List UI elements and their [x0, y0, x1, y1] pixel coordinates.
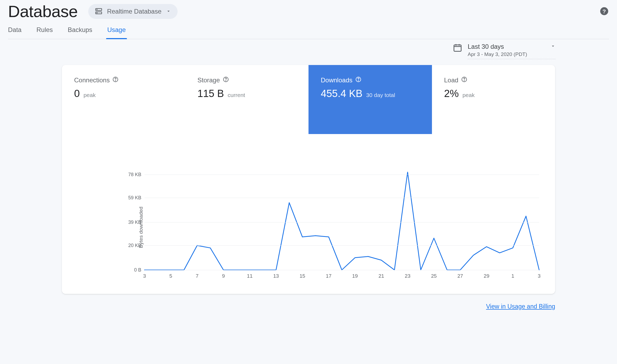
svg-rect-6 [454, 45, 461, 51]
database-selector[interactable]: Realtime Database [88, 4, 177, 19]
tab-backups[interactable]: Backups [68, 26, 92, 39]
chart-y-tick: 78 KB [128, 172, 141, 177]
chart-x-tick: 1 [511, 273, 514, 279]
chart-gridline [145, 175, 539, 175]
svg-point-3 [97, 13, 97, 13]
chart-x-tick: 13 [273, 273, 279, 279]
metric-value: 2% [444, 88, 459, 99]
tab-data[interactable]: Data [8, 26, 22, 39]
usage-card: Connections 0 peak Storage 115 B current [62, 65, 555, 294]
metric-sub: 30 day total [366, 92, 395, 98]
metric-sub: peak [462, 92, 475, 98]
metric-title: Connections [74, 76, 110, 84]
metric-sub: current [228, 92, 245, 98]
database-icon [95, 7, 103, 16]
chart-y-tick: 59 KB [128, 195, 141, 201]
chart-gridline [145, 222, 539, 223]
metric-value: 115 B [198, 88, 224, 99]
tab-bar: Data Rules Backups Usage [8, 22, 609, 39]
chevron-down-icon [550, 43, 556, 50]
help-button[interactable]: ? [599, 6, 609, 17]
chart-y-axis-label: Bytes downloaded [138, 207, 144, 248]
svg-point-8 [115, 80, 116, 81]
chart-x-tick: 27 [457, 273, 463, 279]
date-range-label: Last 30 days [468, 43, 504, 50]
help-icon[interactable] [461, 76, 467, 84]
date-range-sub: Apr 3 - May 3, 2020 (PDT) [468, 51, 556, 57]
date-range-picker[interactable]: Last 30 days Apr 3 - May 3, 2020 (PDT) [453, 43, 556, 59]
database-selector-label: Realtime Database [107, 8, 161, 15]
chart-y-tick: 39 KB [128, 220, 141, 225]
chart-x-tick: 23 [405, 273, 410, 279]
chart-x-tick: 15 [299, 273, 305, 279]
svg-point-10 [226, 80, 226, 81]
chart-x-tick: 3 [143, 273, 146, 279]
help-icon: ? [599, 14, 609, 17]
svg-point-2 [97, 9, 97, 10]
svg-point-12 [358, 80, 359, 81]
metric-tab-storage[interactable]: Storage 115 B current [185, 65, 309, 113]
chart-x-tick: 25 [431, 273, 437, 279]
metric-value: 455.4 KB [321, 88, 362, 99]
chart-x-tick: 5 [169, 273, 172, 279]
chart-x-tick: 7 [196, 273, 199, 279]
chart-y-tick: 20 KB [128, 243, 141, 248]
metric-title: Storage [198, 76, 220, 84]
metric-tab-connections[interactable]: Connections 0 peak [62, 65, 185, 113]
tab-usage[interactable]: Usage [107, 26, 126, 39]
chart-x-tick: 21 [378, 273, 384, 279]
chart-x-tick: 9 [222, 273, 225, 279]
metric-sub: peak [83, 92, 96, 98]
tab-rules[interactable]: Rules [37, 26, 53, 39]
chart-line [145, 166, 539, 270]
chevron-down-icon [166, 9, 171, 14]
chart-x-tick: 17 [326, 273, 331, 279]
page-title: Database [8, 3, 78, 20]
chart-gridline [145, 198, 539, 198]
chart-gridline [145, 270, 539, 270]
chart-y-tick: 0 B [134, 267, 141, 273]
view-in-usage-and-billing-link[interactable]: View in Usage and Billing [486, 303, 555, 310]
help-icon[interactable] [355, 76, 362, 84]
chart-area: Bytes downloaded 0 B20 KB39 KB59 KB78 KB… [62, 113, 555, 294]
chart-x-tick: 19 [352, 273, 358, 279]
svg-point-14 [464, 80, 464, 81]
metric-value: 0 [74, 88, 80, 99]
calendar-icon [453, 43, 462, 53]
chart-x-tick: 3 [538, 273, 541, 279]
chart-gridline [145, 245, 539, 246]
metric-title: Load [444, 76, 458, 84]
svg-text:?: ? [603, 8, 606, 14]
help-icon[interactable] [223, 76, 229, 84]
metric-title: Downloads [321, 76, 352, 84]
chart-x-tick: 11 [247, 273, 253, 279]
metric-tab-load[interactable]: Load 2% peak [432, 65, 555, 113]
help-icon[interactable] [112, 76, 119, 84]
chart-x-tick: 29 [484, 273, 489, 279]
